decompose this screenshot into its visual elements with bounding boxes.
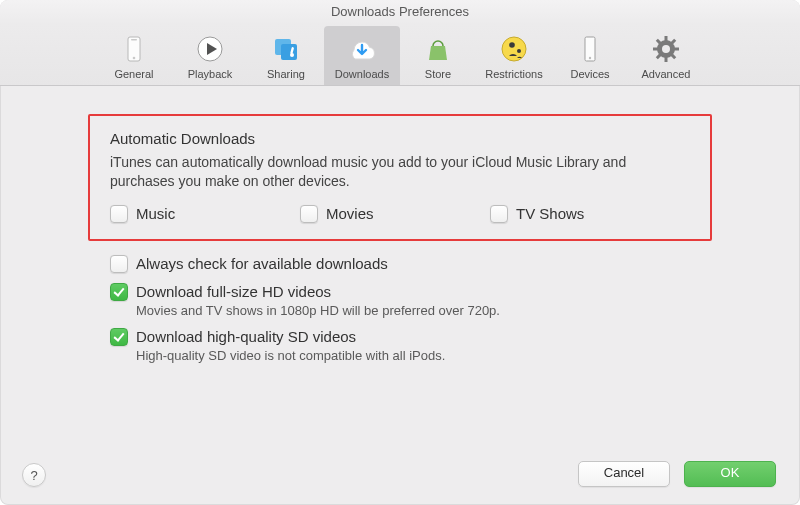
checkbox-always-check[interactable]: Always check for available downloads — [110, 255, 712, 273]
svg-point-13 — [589, 57, 591, 59]
help-button[interactable]: ? — [22, 463, 46, 487]
svg-rect-18 — [674, 48, 679, 51]
checkbox-icon — [490, 205, 508, 223]
tab-devices[interactable]: Devices — [552, 26, 628, 85]
window-title-text: Downloads Preferences — [331, 4, 469, 19]
svg-rect-17 — [653, 48, 658, 51]
auto-download-options: Music Movies TV Shows — [110, 205, 690, 223]
checkbox-hd-videos[interactable]: Download full-size HD videos Movies and … — [110, 283, 712, 318]
option-hint: Movies and TV shows in 1080p HD will be … — [136, 303, 712, 318]
automatic-downloads-section: Automatic Downloads iTunes can automatic… — [88, 114, 712, 241]
checkbox-label: TV Shows — [516, 205, 584, 222]
checkbox-icon — [110, 328, 128, 346]
tab-label: Playback — [172, 68, 248, 80]
checkbox-icon — [300, 205, 318, 223]
checkbox-label: Always check for available downloads — [136, 255, 388, 272]
tab-restrictions[interactable]: Restrictions — [476, 26, 552, 85]
restrictions-icon — [476, 32, 552, 66]
section-title: Automatic Downloads — [110, 130, 690, 147]
checkbox-icon — [110, 255, 128, 273]
tab-label: Devices — [552, 68, 628, 80]
tab-general[interactable]: General — [96, 26, 172, 85]
option-hint: High-quality SD video is not compatible … — [136, 348, 712, 363]
tab-label: Sharing — [248, 68, 324, 80]
section-description: iTunes can automatically download music … — [110, 153, 630, 191]
checkbox-label: Movies — [326, 205, 374, 222]
downloads-icon — [324, 32, 400, 66]
store-icon — [400, 32, 476, 66]
svg-point-11 — [517, 49, 521, 53]
tab-label: Restrictions — [476, 68, 552, 80]
tab-store[interactable]: Store — [400, 26, 476, 85]
ok-button[interactable]: OK — [684, 461, 776, 487]
content-pane: Automatic Downloads iTunes can automatic… — [0, 86, 800, 505]
svg-rect-1 — [131, 39, 137, 41]
checkbox-label: Download high-quality SD videos — [136, 328, 356, 345]
checkbox-label: Download full-size HD videos — [136, 283, 331, 300]
svg-point-2 — [133, 57, 136, 60]
cancel-button[interactable]: Cancel — [578, 461, 670, 487]
checkbox-icon — [110, 283, 128, 301]
checkbox-movies[interactable]: Movies — [300, 205, 490, 223]
checkbox-label: Music — [136, 205, 175, 222]
tab-downloads[interactable]: Downloads — [324, 26, 400, 85]
svg-point-23 — [662, 45, 670, 53]
tab-sharing[interactable]: Sharing — [248, 26, 324, 85]
button-label: Cancel — [604, 465, 644, 480]
tab-label: Store — [400, 68, 476, 80]
tab-label: General — [96, 68, 172, 80]
sharing-icon — [248, 32, 324, 66]
tab-advanced[interactable]: Advanced — [628, 26, 704, 85]
other-options: Always check for available downloads Dow… — [88, 255, 712, 363]
svg-point-10 — [509, 42, 515, 48]
svg-point-9 — [502, 37, 526, 61]
svg-rect-15 — [665, 36, 668, 41]
checkbox-sd-videos[interactable]: Download high-quality SD videos High-qua… — [110, 328, 712, 363]
tab-label: Advanced — [628, 68, 704, 80]
tab-label: Downloads — [324, 68, 400, 80]
general-icon — [96, 32, 172, 66]
preferences-window: Downloads Preferences General Playback — [0, 0, 800, 505]
preferences-toolbar: General Playback Sharing — [0, 24, 800, 86]
tab-playback[interactable]: Playback — [172, 26, 248, 85]
button-label: OK — [721, 465, 740, 480]
checkbox-icon — [110, 205, 128, 223]
dialog-buttons: Cancel OK — [578, 461, 776, 487]
help-icon: ? — [30, 468, 37, 483]
checkbox-music[interactable]: Music — [110, 205, 300, 223]
checkbox-tv-shows[interactable]: TV Shows — [490, 205, 680, 223]
play-icon — [172, 32, 248, 66]
svg-rect-16 — [665, 57, 668, 62]
gear-icon — [628, 32, 704, 66]
devices-icon — [552, 32, 628, 66]
window-title: Downloads Preferences — [0, 0, 800, 24]
svg-rect-6 — [281, 44, 297, 60]
